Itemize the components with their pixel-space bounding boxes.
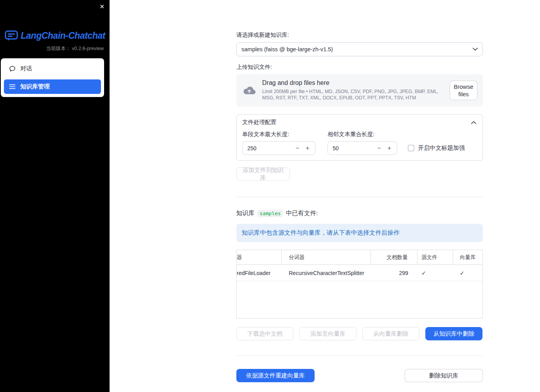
kb-select-value: samples (faiss @ bge-large-zh-v1.5): [241, 46, 333, 52]
column-header-vector-store: 向量库: [453, 250, 482, 264]
overlap-label: 相邻文本重合长度:: [328, 131, 397, 138]
divider: [236, 355, 483, 356]
kb-select-label: 请选择或新建知识库:: [236, 31, 483, 39]
column-header-splitter: 分词器: [282, 250, 371, 264]
delete-from-kb-button[interactable]: 从知识库中删除: [425, 327, 482, 340]
kb-select[interactable]: samples (faiss @ bge-large-zh-v1.5): [236, 42, 483, 56]
cell-splitter: RecursiveCharacterTextSplitter: [282, 270, 371, 276]
sidebar-item-dialogue[interactable]: 对话: [4, 61, 101, 76]
column-header-loader: 器: [237, 250, 282, 264]
sidebar-item-label: 知识库管理: [20, 83, 50, 90]
content-column: 请选择或新建知识库: samples (faiss @ bge-large-zh…: [236, 0, 483, 382]
info-banner: 知识库中包含源文件与向量库，请从下表中选择文件后操作: [236, 224, 483, 242]
table-header-row: 器 分词器 文档数量 源文件 向量库: [237, 250, 482, 265]
chevron-down-icon: [473, 48, 478, 51]
expander-title: 文件处理配置: [242, 119, 276, 126]
column-header-doc-count: 文档数量: [371, 250, 418, 264]
checkbox-box[interactable]: [408, 145, 414, 151]
table-row[interactable]: redFileLoader RecursiveCharacterTextSpli…: [237, 265, 482, 281]
browse-files-button[interactable]: Browse files: [450, 81, 477, 100]
remove-from-vector-store-button[interactable]: 从向量库删除: [362, 327, 419, 340]
dropzone-title: Drag and drop files here: [262, 79, 446, 86]
kb-files-suffix: 中已有文件:: [286, 209, 318, 218]
logo: LangChain-Chatchat: [0, 30, 110, 41]
divider: [236, 197, 483, 197]
file-config-expander: 文件处理配置 单段文本最大长度: 250 − + 相邻文本重合长度:: [236, 114, 483, 161]
kb-name-code: samples: [257, 210, 283, 217]
upload-label: 上传知识文件:: [236, 63, 483, 71]
main-area: 请选择或新建知识库: samples (faiss @ bge-large-zh…: [110, 0, 540, 392]
cell-loader: redFileLoader: [237, 270, 282, 276]
kb-files-prefix: 知识库: [236, 209, 255, 218]
logo-chat-icon: [5, 30, 18, 41]
kb-actions-row: 依据源文件重建向量库 删除知识库: [236, 369, 483, 382]
download-selected-button[interactable]: 下载选中文档: [236, 327, 293, 340]
rebuild-vector-store-button[interactable]: 依据源文件重建向量库: [236, 369, 315, 382]
max-length-input[interactable]: 250 − +: [242, 141, 315, 155]
cell-doc-count: 299: [371, 270, 418, 276]
dropzone-limit: Limit 200MB per file • HTML, MD, JSON, C…: [262, 89, 446, 101]
list-icon: [9, 84, 16, 90]
checkbox-label: 开启中文标题加强: [418, 144, 465, 152]
chinese-title-checkbox[interactable]: 开启中文标题加强: [408, 144, 465, 152]
column-header-source-file: 源文件: [418, 250, 453, 264]
logo-text: LangChain-Chatchat: [21, 31, 105, 41]
sidebar-menu: 对话 知识库管理: [1, 58, 104, 97]
expander-header[interactable]: 文件处理配置: [237, 115, 482, 128]
overlap-input[interactable]: 50 − +: [328, 141, 397, 155]
upload-cloud-icon: [243, 85, 256, 96]
max-length-value: 250: [247, 145, 292, 151]
overlap-group: 相邻文本重合长度: 50 − +: [328, 131, 397, 155]
sidebar-item-knowledge-base[interactable]: 知识库管理: [4, 79, 101, 94]
plus-button[interactable]: +: [302, 145, 313, 152]
cell-source-file-check: ✓: [418, 270, 453, 276]
chevron-up-icon: [471, 121, 476, 124]
file-actions-row: 下载选中文档 添加至向量库 从向量库删除 从知识库中删除: [236, 327, 483, 340]
expander-body: 单段文本最大长度: 250 − + 相邻文本重合长度: 50 − +: [237, 128, 482, 160]
add-to-vector-store-button[interactable]: 添加至向量库: [299, 327, 356, 340]
minus-button[interactable]: −: [374, 145, 384, 152]
chat-bubble-icon: [9, 65, 16, 72]
sidebar-close-icon[interactable]: ✕: [99, 3, 104, 10]
plus-button[interactable]: +: [384, 145, 394, 152]
max-length-label: 单段文本最大长度:: [242, 131, 315, 138]
sidebar: ✕ LangChain-Chatchat 当前版本： v0.2.6-previe…: [0, 0, 110, 392]
add-files-to-kb-button[interactable]: 添加文件到知识库: [236, 167, 290, 181]
files-table[interactable]: 器 分词器 文档数量 源文件 向量库 redFileLoader Recursi…: [236, 250, 483, 318]
sidebar-item-label: 对话: [20, 65, 32, 72]
minus-button[interactable]: −: [292, 145, 302, 152]
dropzone-text: Drag and drop files here Limit 200MB per…: [262, 79, 450, 101]
file-dropzone[interactable]: Drag and drop files here Limit 200MB per…: [236, 74, 483, 106]
version-label: 当前版本： v0.2.6-preview: [0, 41, 110, 52]
cell-vector-store-check: ✓: [453, 270, 482, 276]
max-length-group: 单段文本最大长度: 250 − +: [242, 131, 315, 155]
kb-files-heading: 知识库 samples 中已有文件:: [236, 209, 483, 218]
overlap-value: 50: [333, 145, 374, 151]
delete-kb-button[interactable]: 删除知识库: [405, 369, 483, 382]
